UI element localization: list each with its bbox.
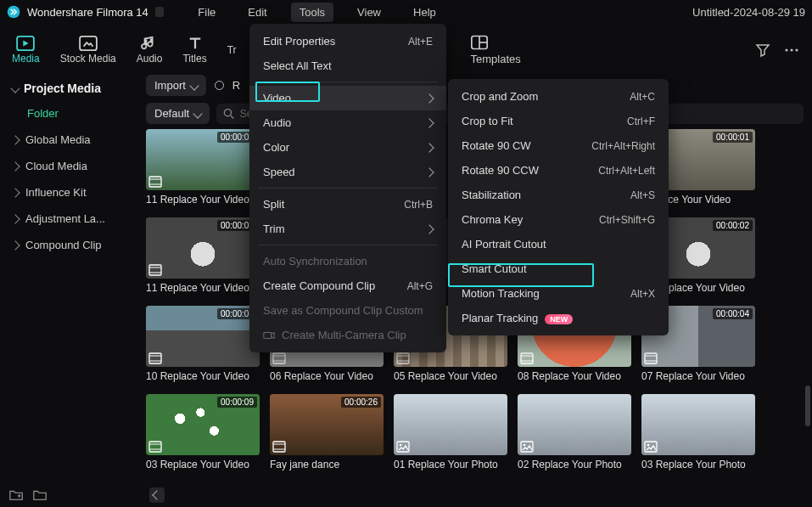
search-icon — [223, 108, 235, 120]
menu-audio[interactable]: Audio — [249, 110, 446, 135]
video-icon — [396, 352, 410, 364]
svg-point-8 — [790, 48, 792, 51]
menu-select-all-text[interactable]: Select All Text — [249, 54, 446, 78]
new-folder-icon[interactable] — [8, 487, 24, 503]
menu-view[interactable]: View — [349, 3, 389, 22]
submenu-arrow-icon — [424, 143, 434, 152]
video-icon — [272, 352, 286, 364]
sidebar-folder[interactable]: Folder — [7, 100, 132, 127]
clip-label: 02 Replace Your Photo — [518, 459, 631, 470]
clip-card[interactable]: 00:00:26Fay jane dance — [270, 394, 384, 470]
sidebar-item-adjustment-layer[interactable]: Adjustment La... — [7, 206, 132, 232]
shortcut-label: Ctrl+Shift+G — [599, 214, 655, 226]
clip-card[interactable]: 00:00:0903 Replace Your Video — [146, 394, 260, 470]
chevron-right-icon — [10, 240, 20, 250]
sidebar-item-influence-kit[interactable]: Influence Kit — [7, 179, 132, 206]
clip-label: 06 Replace Your Video — [270, 370, 384, 382]
sidebar-item-compound-clip[interactable]: Compound Clip — [7, 232, 132, 258]
menu-ai-portrait-cutout[interactable]: AI Portrait Cutout — [448, 232, 669, 256]
menu-rotate-90-ccw[interactable]: Rotate 90 CCWCtrl+Alt+Left — [448, 158, 669, 183]
more-icon[interactable] — [783, 42, 800, 59]
menu-crop-and-zoom[interactable]: Crop and ZoomAlt+C — [448, 84, 669, 109]
sidebar-project-media[interactable]: Project Media — [7, 76, 132, 100]
menu-item-label: Planar Tracking — [462, 312, 538, 324]
tab-templates[interactable]: Templates — [471, 35, 521, 65]
tab-transitions-truncated[interactable]: Tr — [227, 44, 237, 56]
menu-item-label: Trim — [263, 223, 285, 235]
menu-speed[interactable]: Speed — [249, 160, 446, 184]
filter-icon[interactable] — [754, 42, 771, 59]
clip-card[interactable]: 00:00:0210 Replace Your Video — [146, 306, 260, 382]
menu-planar-tracking[interactable]: Planar TrackingNEW — [448, 306, 669, 330]
tab-titles[interactable]: Titles — [182, 36, 206, 65]
submenu-arrow-icon — [424, 224, 434, 234]
clip-duration: 00:00:04 — [713, 308, 753, 319]
sidebar-head-label: Project Media — [24, 82, 101, 95]
video-icon — [148, 441, 162, 453]
menu-color[interactable]: Color — [249, 135, 446, 160]
sidebar-item-cloud-media[interactable]: Cloud Media — [7, 153, 132, 179]
menu-item-label: AI Portrait Cutout — [462, 238, 546, 251]
sidebar: Project Media Folder Global Media Cloud … — [0, 71, 139, 483]
menu-motion-tracking[interactable]: Motion TrackingAlt+X — [448, 281, 669, 306]
menu-save-compound-custom: Save as Compound Clip Custom — [249, 298, 446, 323]
scrollbar-thumb[interactable] — [805, 386, 810, 426]
record-toggle[interactable] — [215, 81, 224, 90]
menu-create-multicam: Create Multi-Camera Clip — [249, 323, 446, 347]
sort-button[interactable]: Default — [146, 103, 210, 124]
bottom-bar — [0, 483, 812, 507]
menu-separator — [258, 82, 438, 82]
menu-separator — [258, 188, 438, 189]
sidebar-item-global-media[interactable]: Global Media — [7, 127, 132, 153]
stock-media-icon — [79, 36, 98, 51]
menu-tools[interactable]: Tools — [291, 3, 333, 22]
clip-label: 07 Replace Your Video — [641, 370, 755, 382]
video-icon — [520, 352, 534, 364]
shortcut-label: Alt+X — [630, 288, 655, 300]
menu-split[interactable]: SplitCtrl+B — [249, 192, 446, 217]
menu-edit[interactable]: Edit — [239, 3, 275, 22]
svg-point-9 — [795, 48, 798, 51]
menu-trim[interactable]: Trim — [249, 217, 446, 241]
svg-point-54 — [524, 444, 526, 447]
menu-stabilization[interactable]: StabilizationAlt+S — [448, 183, 669, 207]
submenu-arrow-icon — [424, 93, 434, 103]
shortcut-label: Alt+S — [630, 189, 655, 201]
clip-card[interactable]: 02 Replace Your Photo — [518, 394, 631, 470]
menu-crop-to-fit[interactable]: Crop to FitCtrl+F — [448, 109, 669, 133]
menu-item-label: Color — [263, 141, 289, 154]
new-badge: NEW — [545, 314, 573, 324]
menu-help[interactable]: Help — [405, 3, 445, 22]
video-icon — [644, 352, 658, 364]
menu-item-label: Stabilization — [462, 189, 521, 201]
shortcut-label: Alt+G — [407, 280, 433, 292]
sort-label: Default — [154, 107, 189, 120]
svg-rect-51 — [397, 442, 409, 452]
clip-card[interactable]: 03 Replace Your Photo — [641, 394, 755, 470]
clip-card[interactable]: 01 Replace Your Photo — [394, 394, 507, 470]
tab-audio[interactable]: Audio — [137, 36, 163, 65]
import-button[interactable]: Import — [146, 75, 206, 96]
menu-smart-cutout[interactable]: Smart Cutout — [448, 256, 669, 281]
menu-chroma-key[interactable]: Chroma KeyCtrl+Shift+G — [448, 207, 669, 232]
menu-item-label: Edit Properties — [263, 35, 335, 48]
menu-rotate-90-cw[interactable]: Rotate 90 CWCtrl+Alt+Right — [448, 133, 669, 158]
menu-separator — [258, 245, 438, 245]
menu-file[interactable]: File — [189, 3, 224, 22]
clip-duration: 00:00:01 — [713, 132, 753, 143]
menu-create-compound-clip[interactable]: Create Compound ClipAlt+G — [249, 273, 446, 298]
svg-rect-33 — [273, 353, 285, 363]
collapse-sidebar-button[interactable] — [149, 487, 165, 503]
audio-icon — [140, 36, 159, 51]
folder-icon[interactable] — [32, 487, 48, 503]
svg-rect-12 — [149, 177, 161, 187]
menu-item-label: Select All Text — [263, 59, 332, 72]
clip-card[interactable]: 00:00:0311 Replace Your Video — [146, 129, 260, 206]
clip-card[interactable]: 00:00:0311 Replace Your Video — [146, 217, 260, 294]
tab-stock-media[interactable]: Stock Media — [60, 36, 116, 65]
sidebar-item-label: Global Media — [25, 133, 91, 146]
menu-edit-properties[interactable]: Edit PropertiesAlt+E — [249, 29, 446, 54]
shortcut-label: Alt+E — [408, 36, 433, 48]
tab-media[interactable]: Media — [12, 36, 40, 65]
menu-video[interactable]: Video — [249, 86, 446, 110]
